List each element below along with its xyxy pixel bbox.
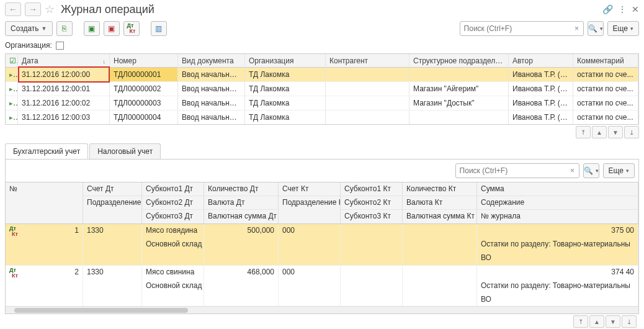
copy-button[interactable]: ⎘ xyxy=(56,21,73,36)
cell-comm: остатки по сче... xyxy=(573,82,638,96)
col-org[interactable]: Организация xyxy=(245,54,326,68)
search-input-wrap: × xyxy=(460,21,584,36)
post-icon: ▣ xyxy=(88,24,95,33)
doc-icon: ▸☑ xyxy=(9,99,18,107)
cell-struct: Магазин "Айгерим" xyxy=(409,82,509,96)
cell-date: 31.12.2016 12:00:03 xyxy=(18,110,110,124)
entries-grid-body: ДтКт11330Мясо говядинаОсновной склад500,… xyxy=(6,224,638,306)
entry-row[interactable]: ДтКт21330Мясо свининаОсновной склад468,0… xyxy=(6,266,638,306)
table-row[interactable]: ▸☑31.12.2016 12:00:02ТДЛ00000003Ввод нач… xyxy=(6,96,638,110)
more-button[interactable]: Еще▾ xyxy=(607,21,639,36)
tab-tax[interactable]: Налоговый учет xyxy=(89,143,161,159)
unpost-icon: ▣ xyxy=(108,24,115,33)
col-comm[interactable]: Комментарий xyxy=(573,54,638,68)
panel-search-button[interactable]: 🔍▾ xyxy=(583,163,599,178)
cell-struct: Магазин "Достык" xyxy=(409,96,509,110)
dtkt-icon: ДтКт xyxy=(9,268,18,279)
row-num: 1 xyxy=(74,226,79,235)
table-row[interactable]: ▸☑31.12.2016 12:00:01ТДЛ00000002Ввод нач… xyxy=(6,82,638,96)
org-label: Организация: xyxy=(5,41,52,50)
sort-asc-icon: ↓ xyxy=(103,56,106,66)
more-vertical-icon[interactable]: ⋮ xyxy=(618,4,627,14)
doc-icon: ▸☑ xyxy=(9,113,18,122)
grid-down-button[interactable]: ▼ xyxy=(608,126,623,138)
cell-sum: 375 00 xyxy=(477,224,638,238)
cell-content: Остатки по разделу: Товарно-материальны xyxy=(477,279,638,293)
cell-doc: Ввод начальных ... xyxy=(178,110,245,124)
cell-num: ТДЛ00000004 xyxy=(110,110,178,124)
cell-author: Иванова Т.Р. (Г... xyxy=(509,96,573,110)
page-title: Журнал операций xyxy=(61,3,599,16)
cell-num: ТДЛ00000002 xyxy=(110,82,178,96)
tab-accounting[interactable]: Бухгалтерский учет xyxy=(5,143,88,159)
favorite-icon[interactable]: ☆ xyxy=(45,2,55,16)
cell-acc-kt: 000 xyxy=(279,224,340,238)
grid-first-button[interactable]: ⤒ xyxy=(576,126,591,138)
unpost-button[interactable]: ▣ xyxy=(104,21,120,36)
clear-search-icon[interactable]: × xyxy=(571,24,583,33)
horizontal-scrollbar[interactable] xyxy=(6,306,638,313)
cell-org: ТД Лакомка xyxy=(245,96,326,110)
org-checkbox[interactable] xyxy=(56,42,64,50)
close-icon[interactable]: ✕ xyxy=(632,4,639,14)
cell-struct xyxy=(409,110,509,124)
cell-sub1: Мясо свинина xyxy=(142,266,203,279)
check-icon: ☑ xyxy=(9,56,18,65)
table-row[interactable]: ▸☑31.12.2016 12:00:03ТДЛ00000004Ввод нач… xyxy=(6,110,638,125)
cell-sub2: Основной склад xyxy=(142,279,203,293)
cell-org: ТД Лакомка xyxy=(245,110,326,124)
cell-contr xyxy=(326,110,409,124)
cell-sub1: Мясо говядина xyxy=(142,224,203,238)
tab-panel: × 🔍▾ Еще▾ № Счет ДтПодразделение Дт Субк… xyxy=(5,159,639,314)
col-checkbox[interactable]: ☑ xyxy=(6,54,18,68)
cell-org: ТД Лакомка xyxy=(245,82,326,96)
cell-struct xyxy=(409,68,509,81)
cell-comm: остатки по сче... xyxy=(573,96,638,110)
search-icon: 🔍 xyxy=(588,24,597,33)
entries-first-button[interactable]: ⤒ xyxy=(573,315,588,328)
cell-author: Иванова Т.Р. (Г... xyxy=(509,82,573,96)
col-contr[interactable]: Контрагент xyxy=(326,54,409,68)
col-author[interactable]: Автор xyxy=(509,54,573,68)
cell-contr xyxy=(326,68,409,81)
grid-last-button[interactable]: ⤓ xyxy=(624,126,639,138)
scrollbar-thumb[interactable] xyxy=(14,308,188,313)
panel-more-button[interactable]: Еще▾ xyxy=(603,163,635,178)
panel-search-input[interactable] xyxy=(456,166,566,175)
col-num[interactable]: Номер xyxy=(110,54,178,68)
back-button[interactable]: ← xyxy=(5,2,21,16)
cell-sum: 374 40 xyxy=(477,266,638,279)
row-num: 2 xyxy=(74,268,79,276)
cell-date: 31.12.2016 12:00:01 xyxy=(18,82,110,96)
entries-up-button[interactable]: ▲ xyxy=(589,315,604,328)
register-icon: ▥ xyxy=(155,24,162,33)
entries-last-button[interactable]: ⤓ xyxy=(622,315,637,328)
dtkt-button[interactable]: ДтКт xyxy=(123,21,140,36)
table-row[interactable]: ▸☑31.12.2016 12:00:00ТДЛ00000001Ввод нач… xyxy=(6,68,638,82)
register-button[interactable]: ▥ xyxy=(151,21,167,36)
cell-content: Остатки по разделу: Товарно-материальны xyxy=(477,238,638,251)
link-icon[interactable]: 🔗 xyxy=(602,4,613,14)
col-doc[interactable]: Вид документа xyxy=(178,54,245,68)
cell-acc-dt: 1330 xyxy=(83,266,141,279)
grid-header: ☑ Дата↓ Номер Вид документа Организация … xyxy=(6,54,638,68)
panel-clear-icon[interactable]: × xyxy=(566,166,579,175)
cell-comm: остатки по сче... xyxy=(573,110,638,124)
cell-journal: ВО xyxy=(477,293,638,306)
cell-acc-kt: 000 xyxy=(279,266,340,279)
cell-author: Иванова Т.Р. (Г... xyxy=(509,110,573,124)
copy-icon: ⎘ xyxy=(62,24,66,33)
entry-row[interactable]: ДтКт11330Мясо говядинаОсновной склад500,… xyxy=(6,224,638,266)
grid-up-button[interactable]: ▲ xyxy=(592,126,607,138)
col-date[interactable]: Дата↓ xyxy=(18,54,110,68)
create-button[interactable]: Создать▼ xyxy=(5,21,53,36)
dtkt-icon: ДтКт xyxy=(127,23,136,34)
forward-button[interactable]: → xyxy=(25,2,41,16)
post-button[interactable]: ▣ xyxy=(84,21,100,36)
operations-grid: ☑ Дата↓ Номер Вид документа Организация … xyxy=(5,53,639,125)
col-struct[interactable]: Структурное подразделение xyxy=(409,54,509,68)
search-icon: 🔍 xyxy=(584,166,593,175)
search-input[interactable] xyxy=(460,24,571,33)
entries-down-button[interactable]: ▼ xyxy=(606,315,620,328)
search-button[interactable]: 🔍▾ xyxy=(588,21,604,36)
